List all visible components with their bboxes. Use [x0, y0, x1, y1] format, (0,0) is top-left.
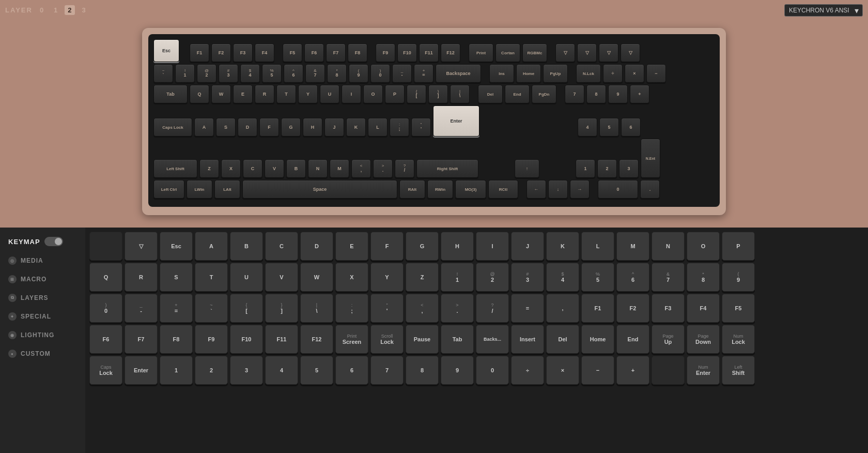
key-backslash[interactable]: |\: [450, 85, 470, 103]
key-comma[interactable]: <,: [351, 159, 371, 178]
key-num9[interactable]: 9: [608, 85, 628, 103]
bkey-star[interactable]: *8: [687, 263, 720, 292]
bkey-at[interactable]: @2: [476, 263, 509, 292]
bkey-qmark[interactable]: ?/: [476, 294, 509, 323]
key-s[interactable]: S: [216, 118, 236, 137]
key-pgdn[interactable]: PgDn: [532, 85, 556, 103]
key-num8[interactable]: 8: [586, 85, 606, 103]
key-ralt[interactable]: RAlt: [399, 180, 425, 199]
bkey-hash[interactable]: #3: [511, 263, 544, 292]
sidebar-item-custom[interactable]: ● CUSTOM: [0, 344, 85, 363]
key-del[interactable]: Del: [478, 85, 503, 103]
bkey-n9[interactable]: 9: [441, 356, 474, 385]
key-home[interactable]: Home: [516, 64, 541, 83]
bkey-pct[interactable]: %5: [581, 263, 614, 292]
bkey-p[interactable]: P: [722, 232, 755, 261]
key-p[interactable]: P: [385, 85, 405, 103]
key-j[interactable]: J: [324, 118, 344, 137]
bkey-n8[interactable]: 8: [406, 356, 439, 385]
key-lbracket[interactable]: {[: [407, 85, 426, 103]
bkey-lcurly[interactable]: {[: [230, 294, 263, 323]
key-down[interactable]: ↓: [548, 180, 568, 199]
layer-0[interactable]: 0: [37, 5, 47, 15]
key-tri1[interactable]: ▽: [555, 43, 575, 62]
bkey-empty1[interactable]: [89, 232, 122, 261]
key-f10[interactable]: F10: [397, 43, 417, 62]
key-right[interactable]: →: [570, 180, 590, 199]
bkey-capslock[interactable]: CapsLock: [89, 356, 122, 385]
sidebar-item-media[interactable]: ◎ MEDIA: [0, 251, 85, 270]
key-tab[interactable]: Tab: [153, 85, 188, 103]
bkey-insert[interactable]: Insert: [511, 325, 544, 354]
sidebar-item-layers[interactable]: ⧉ LAYERS: [0, 289, 85, 307]
key-e[interactable]: E: [233, 85, 253, 103]
bkey-bf2[interactable]: F2: [616, 294, 649, 323]
key-f5[interactable]: F5: [283, 43, 302, 62]
bkey-h[interactable]: H: [441, 232, 474, 261]
bkey-n1[interactable]: 1: [160, 356, 193, 385]
key-nlck[interactable]: N.Lck: [576, 64, 601, 83]
bkey-rcurly[interactable]: }]: [265, 294, 298, 323]
sidebar-item-lighting[interactable]: ◉ LIGHTING: [0, 326, 85, 344]
bkey-gt[interactable]: >.: [441, 294, 474, 323]
bkey-y[interactable]: Y: [370, 263, 404, 292]
key-mo3[interactable]: MO(3): [455, 180, 486, 199]
key-esc[interactable]: Esc: [153, 39, 179, 62]
bkey-bf5[interactable]: F5: [722, 294, 755, 323]
key-u[interactable]: U: [320, 85, 339, 103]
bkey-v[interactable]: V: [265, 263, 298, 292]
bkey-bf4[interactable]: F4: [687, 294, 720, 323]
key-semicolon[interactable]: :;: [390, 118, 409, 137]
key-space[interactable]: Space: [242, 180, 397, 199]
bkey-excl[interactable]: !1: [441, 263, 474, 292]
key-rbracket[interactable]: }]: [428, 85, 448, 103]
key-d[interactable]: D: [238, 118, 257, 137]
key-z[interactable]: Z: [199, 159, 219, 178]
bkey-end[interactable]: End: [616, 325, 649, 354]
key-cortana[interactable]: Cortan: [495, 43, 520, 62]
key-tri4[interactable]: ▽: [621, 43, 640, 62]
key-numdot[interactable]: .: [640, 180, 660, 199]
bkey-n6[interactable]: 6: [335, 356, 368, 385]
key-4[interactable]: $4: [240, 64, 260, 83]
key-num6[interactable]: 6: [621, 118, 641, 137]
bkey-minus2[interactable]: −: [581, 356, 614, 385]
bkey-mul2[interactable]: ×: [546, 356, 579, 385]
bkey-r[interactable]: R: [125, 263, 158, 292]
bkey-c[interactable]: C: [265, 232, 298, 261]
bkey-pause[interactable]: Pause: [406, 325, 439, 354]
key-num2[interactable]: 2: [597, 159, 617, 178]
bkey-bf1[interactable]: F1: [581, 294, 614, 323]
key-2[interactable]: @2: [197, 64, 216, 83]
key-t[interactable]: T: [276, 85, 296, 103]
bkey-pageup[interactable]: PageUp: [652, 325, 685, 354]
key-quote[interactable]: "': [411, 118, 431, 137]
bkey-q[interactable]: Q: [89, 263, 122, 292]
layer-2[interactable]: 2: [65, 5, 74, 15]
key-m[interactable]: M: [330, 159, 349, 178]
bkey-pipe[interactable]: |\: [300, 294, 333, 323]
bkey-enter[interactable]: Enter: [125, 356, 158, 385]
bkey-n3[interactable]: 3: [230, 356, 263, 385]
bkey-g[interactable]: G: [406, 232, 439, 261]
bkey-b[interactable]: B: [230, 232, 263, 261]
bkey-u[interactable]: U: [230, 263, 263, 292]
bkey-esc[interactable]: Esc: [160, 232, 193, 261]
bkey-n[interactable]: N: [652, 232, 685, 261]
key-minus[interactable]: _-: [392, 64, 412, 83]
bkey-f[interactable]: F: [370, 232, 404, 261]
key-up[interactable]: ↑: [515, 159, 539, 178]
key-f11[interactable]: F11: [419, 43, 439, 62]
key-q[interactable]: Q: [190, 85, 209, 103]
keyboard-select[interactable]: KEYCHRON V6 ANSI: [784, 4, 863, 17]
key-9[interactable]: (9: [349, 64, 368, 83]
key-f2[interactable]: F2: [211, 43, 231, 62]
key-1[interactable]: !1: [175, 64, 195, 83]
keyboard-dropdown-wrapper[interactable]: KEYCHRON V6 ANSI: [784, 4, 863, 17]
key-f4[interactable]: F4: [255, 43, 274, 62]
key-y[interactable]: Y: [298, 85, 318, 103]
bkey-comma2[interactable]: ,: [546, 294, 579, 323]
key-print[interactable]: Print: [469, 43, 493, 62]
bkey-bf7[interactable]: F7: [125, 325, 158, 354]
key-left[interactable]: ←: [526, 180, 546, 199]
